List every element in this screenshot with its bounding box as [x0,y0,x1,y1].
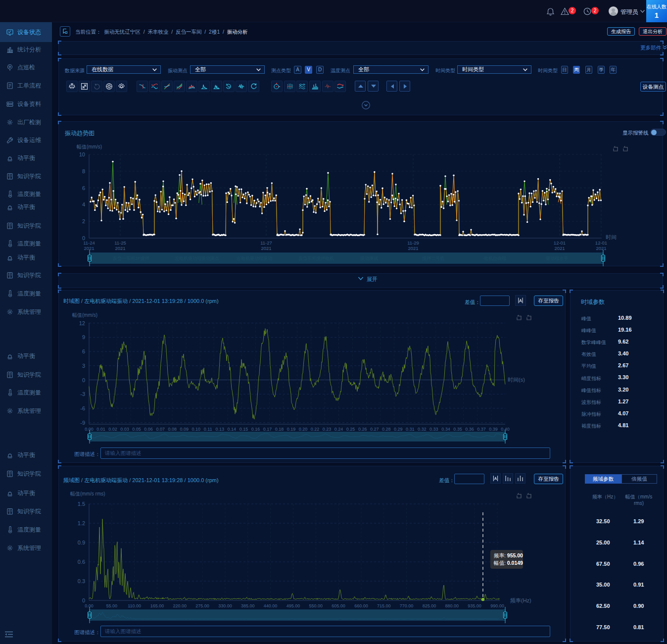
svg-text:0.3: 0.3 [78,578,85,584]
svg-text:605.00: 605.00 [332,603,345,608]
svg-text:10: 10 [79,151,85,157]
svg-text:12: 12 [79,320,85,326]
svg-text:2021: 2021 [84,246,94,251]
svg-text:6: 6 [82,185,85,191]
svg-text:0.23: 0.23 [323,427,332,432]
svg-text:3: 3 [82,363,85,369]
svg-text:0.14: 0.14 [228,427,237,432]
svg-text:右电机驱动端振动: 右电机驱动端振动 [236,256,272,261]
svg-text:0.15: 0.15 [239,427,248,432]
svg-text:搅拌二号机: 搅拌二号机 [422,256,444,261]
svg-text:4: 4 [82,201,85,207]
svg-text:-3: -3 [80,391,85,397]
svg-text:时间(s): 时间(s) [508,377,525,383]
svg-text:825.00: 825.00 [423,603,436,608]
svg-text:反刍一车间2F搅拌: 反刍一车间2F搅拌 [113,256,150,261]
svg-text:0: 0 [82,597,85,603]
svg-text:0.22: 0.22 [311,427,320,432]
svg-text:0.26: 0.26 [358,427,367,432]
svg-text:0.6: 0.6 [78,559,85,565]
svg-text:0.00: 0.00 [85,427,94,432]
svg-text:0.25: 0.25 [346,427,355,432]
svg-text:1.2: 1.2 [78,520,85,526]
svg-text:55.00: 55.00 [106,603,118,608]
svg-text:2021: 2021 [261,246,271,251]
svg-text:0.20: 0.20 [299,427,308,432]
svg-text:0.02: 0.02 [108,427,117,432]
svg-text:11-25: 11-25 [114,240,126,246]
svg-text:0.34: 0.34 [441,427,450,432]
svg-text:0.19: 0.19 [287,427,296,432]
svg-text:12-01: 12-01 [595,240,607,246]
svg-text:11-24: 11-24 [83,240,95,246]
svg-text:8: 8 [82,168,85,174]
svg-text:0.03: 0.03 [120,427,129,432]
svg-text:0.9: 0.9 [78,540,85,545]
svg-text:2021: 2021 [408,246,418,251]
svg-text:9: 9 [82,334,85,340]
svg-text:0.24: 0.24 [334,427,343,432]
svg-text:2021: 2021 [596,246,606,251]
svg-text:0.11: 0.11 [204,427,212,432]
svg-text:2021: 2021 [554,246,565,251]
svg-text:220.00: 220.00 [173,603,187,608]
svg-text:驱动端水平: 驱动端水平 [546,256,568,261]
svg-text:0.36: 0.36 [465,427,474,432]
svg-text:385.00: 385.00 [241,603,255,608]
svg-text:165.00: 165.00 [150,603,164,608]
svg-text:0.10: 0.10 [192,427,201,432]
svg-text:0.33: 0.33 [429,427,438,432]
svg-text:880.00: 880.00 [445,603,459,608]
svg-text:990.00: 990.00 [490,603,504,608]
svg-text:0.27: 0.27 [370,427,379,432]
svg-text:275.00: 275.00 [195,603,209,608]
svg-text:0: 0 [82,377,85,383]
svg-text:0.07: 0.07 [156,427,165,432]
svg-text:反刍车间搅拌电机: 反刍车间搅拌电机 [298,256,334,261]
svg-text:时间: 时间 [606,234,617,240]
svg-text:12-01: 12-01 [554,240,566,246]
svg-text:0.37: 0.37 [477,427,486,432]
svg-text:0.17: 0.17 [263,427,272,432]
svg-text:715.00: 715.00 [377,603,391,608]
svg-text:0.16: 0.16 [251,427,260,432]
svg-text:770.00: 770.00 [400,603,414,608]
svg-text:550.00: 550.00 [309,603,323,608]
svg-text:-9: -9 [80,420,85,426]
svg-text:0.18: 0.18 [275,427,284,432]
svg-text:11-27: 11-27 [260,240,272,246]
svg-text:0.32: 0.32 [418,427,427,432]
svg-text:110.00: 110.00 [128,603,141,608]
svg-text:-6: -6 [80,405,85,411]
svg-text:0.31: 0.31 [406,427,415,432]
svg-text:660.00: 660.00 [354,603,368,608]
svg-text:6: 6 [82,348,85,354]
svg-text:左电机驱动端振动测点: 左电机驱动端振动测点 [175,256,219,261]
svg-text:0.28: 0.28 [382,427,391,432]
svg-text:0.29: 0.29 [394,427,403,432]
svg-text:440.00: 440.00 [264,603,278,608]
svg-text:2021: 2021 [115,246,125,251]
svg-text:1.5: 1.5 [78,501,85,507]
svg-text:11-29: 11-29 [407,240,419,246]
svg-text:频率(Hz): 频率(Hz) [510,597,531,603]
svg-text:0.08: 0.08 [168,427,177,432]
svg-text:0.13: 0.13 [216,427,225,432]
svg-text:0.06: 0.06 [144,427,153,432]
svg-text:电机自由端: 电机自由端 [484,256,506,261]
svg-text:330.00: 330.00 [218,603,232,608]
svg-text:935.00: 935.00 [468,603,481,608]
svg-text:0.05: 0.05 [132,427,141,432]
svg-text:0.35: 0.35 [453,427,462,432]
svg-text:2: 2 [82,218,85,224]
svg-text:0.09: 0.09 [180,427,189,432]
svg-text:0.00: 0.00 [85,603,94,608]
svg-text:振动测试: 振动测试 [360,256,378,261]
svg-text:0.39: 0.39 [489,427,498,432]
svg-text:0.01: 0.01 [96,427,105,432]
svg-text:495.00: 495.00 [286,603,300,608]
